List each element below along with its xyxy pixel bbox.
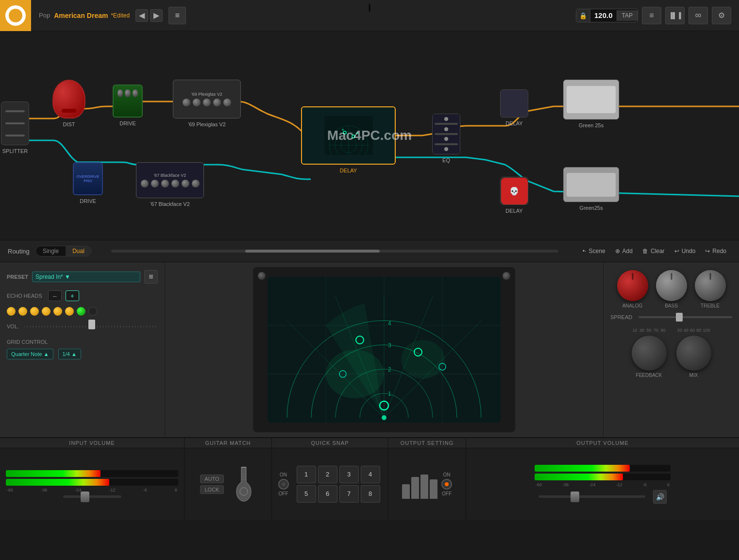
out-bar-1 bbox=[402, 484, 410, 499]
treble-label: TREBLE bbox=[701, 303, 720, 308]
lock-icon: 🔒 bbox=[579, 12, 587, 19]
pedal-blackface-label: '67 Blackface V2 bbox=[150, 201, 190, 207]
pedal-delay-bot[interactable]: 💀 DELAY bbox=[500, 177, 528, 214]
echo-dot-7[interactable] bbox=[77, 307, 85, 316]
svg-text:3: 3 bbox=[388, 342, 391, 349]
speaker-button[interactable]: 🔊 bbox=[653, 490, 667, 504]
echo-dot-4[interactable] bbox=[42, 307, 50, 316]
pedal-green-bot[interactable]: Green25s bbox=[563, 167, 619, 211]
pedal-delay-right[interactable]: DELAY bbox=[500, 89, 528, 126]
grid-fraction-select[interactable]: 1/4 ▲ bbox=[58, 349, 81, 359]
snap-btn-8[interactable]: 8 bbox=[361, 485, 380, 503]
echo-dot-8[interactable] bbox=[88, 307, 97, 316]
input-volume-content: -60 -36 -24 -12 -6 6 bbox=[0, 448, 184, 520]
pedal-splitter[interactable]: SPLITTER bbox=[1, 102, 29, 154]
output-vu-bar-left-fill bbox=[535, 465, 630, 472]
echo-plus-button[interactable]: + bbox=[66, 290, 79, 301]
preset-area: Pop American Dream *Edited ◀ ▶ ≡ bbox=[31, 7, 576, 24]
pedal-blackface[interactable]: '67 Blackface V2 '67 Blackface V2 bbox=[136, 162, 204, 207]
snap-toggle-button[interactable] bbox=[278, 479, 289, 490]
redo-button[interactable]: ↪ Redo bbox=[700, 246, 731, 256]
spread-label: SPREAD bbox=[610, 314, 635, 320]
grid-control-label: GRID CONTROL bbox=[7, 339, 158, 345]
snap-btn-4[interactable]: 4 bbox=[361, 466, 380, 483]
scene-button[interactable]: •· Scene bbox=[578, 246, 610, 256]
treble-knob[interactable] bbox=[695, 270, 726, 301]
loop-button[interactable]: ∞ bbox=[689, 7, 708, 24]
input-vu-meter: -60 -36 -24 -12 -6 6 bbox=[6, 470, 178, 492]
snap-btn-7[interactable]: 7 bbox=[339, 485, 359, 503]
scroll-thumb[interactable] bbox=[245, 250, 379, 253]
tap-button[interactable]: TAP bbox=[617, 10, 638, 21]
output-volume-content: -60 -36 -24 -12 -6 6 🔊 bbox=[466, 448, 739, 520]
preset-menu-icon: ≡ bbox=[149, 272, 153, 281]
echo-dot-2[interactable] bbox=[18, 307, 27, 316]
echo-minus-button[interactable]: – bbox=[48, 290, 62, 301]
auto-button[interactable]: AUTO bbox=[200, 475, 223, 483]
mix-knob[interactable] bbox=[676, 336, 711, 371]
prev-button[interactable]: ◀ bbox=[135, 9, 148, 22]
snap-btn-2[interactable]: 2 bbox=[318, 466, 337, 483]
menu-button[interactable]: ≡ bbox=[168, 7, 186, 24]
vol-slider-thumb[interactable] bbox=[88, 320, 95, 329]
spread-slider-thumb[interactable] bbox=[676, 313, 683, 322]
bass-knob[interactable] bbox=[656, 270, 687, 301]
bpm-display: 🔒 120.0 TAP bbox=[576, 9, 638, 22]
out-bar-4 bbox=[430, 479, 437, 499]
radar-canvas[interactable]: 1 2 3 4 bbox=[268, 277, 501, 423]
preset-menu-button[interactable]: ≡ bbox=[144, 270, 158, 284]
pedal-delay-top[interactable]: DELAY bbox=[301, 106, 396, 173]
chain-scrollbar[interactable] bbox=[111, 250, 558, 253]
lock-button[interactable]: LOCK bbox=[200, 485, 223, 494]
bpm-lock-button[interactable]: 🔒 bbox=[576, 9, 590, 22]
undo-button[interactable]: ↩ Undo bbox=[670, 246, 701, 256]
output-toggle-button[interactable] bbox=[441, 479, 452, 490]
undo-icon: ↩ bbox=[674, 248, 679, 255]
grid-note-select[interactable]: Quarter Note ▲ bbox=[7, 349, 53, 359]
spread-slider[interactable] bbox=[638, 316, 732, 318]
add-button[interactable]: ⊕ Add bbox=[610, 246, 638, 256]
routing-dual[interactable]: Dual bbox=[66, 246, 91, 256]
pedal-eq[interactable]: EQ bbox=[432, 114, 460, 163]
guitar-match-content: AUTO LOCK bbox=[185, 448, 271, 520]
guitar-match-title: GUITAR MATCH bbox=[185, 438, 271, 448]
output-toggle-indicator bbox=[445, 482, 449, 486]
snap-btn-3[interactable]: 3 bbox=[339, 466, 359, 483]
pedal-dist[interactable]: DIST bbox=[52, 80, 85, 127]
top-right-controls: 🔒 120.0 TAP ≡ ▐▌▐ ∞ ⚙ bbox=[576, 7, 739, 24]
settings-button[interactable]: ⚙ bbox=[712, 7, 731, 24]
pedal-drive-top[interactable]: DRIVE bbox=[113, 85, 143, 126]
lyrics-button[interactable]: ≡ bbox=[642, 7, 661, 24]
pedal-drive-bot[interactable]: OVERDRIVEPRO DRIVE bbox=[73, 162, 103, 204]
svg-point-32 bbox=[382, 415, 386, 420]
output-setting-section: OUTPUT SETTING ON OFF bbox=[388, 438, 466, 520]
echo-dot-3[interactable] bbox=[30, 307, 39, 316]
snap-on-label: ON bbox=[280, 472, 287, 477]
clear-button[interactable]: 🗑 Clear bbox=[638, 246, 670, 256]
analog-knob[interactable] bbox=[617, 270, 648, 301]
pedal-plexi[interactable]: '69 Plexiglas V2 '69 Plexiglas V2 bbox=[173, 80, 241, 127]
echo-dot-6[interactable] bbox=[65, 307, 74, 316]
routing-single[interactable]: Single bbox=[36, 246, 66, 256]
input-fader-thumb[interactable] bbox=[81, 492, 89, 502]
pedal-plexi-label: '69 Plexiglas V2 bbox=[188, 121, 226, 127]
snap-btn-6[interactable]: 6 bbox=[318, 485, 337, 503]
output-fader-thumb[interactable] bbox=[571, 492, 579, 502]
chart-button[interactable]: ▐▌▐ bbox=[665, 7, 685, 24]
snap-btn-1[interactable]: 1 bbox=[297, 466, 316, 483]
vol-row: VOL. bbox=[7, 322, 158, 331]
echo-dot-1[interactable] bbox=[7, 307, 16, 316]
next-button[interactable]: ▶ bbox=[150, 9, 163, 22]
pedal-delay-top-label: DELAY bbox=[340, 168, 357, 173]
preset-select[interactable]: Spread In* ▼ bbox=[32, 272, 140, 282]
app-logo[interactable] bbox=[5, 5, 26, 26]
pedal-green-top[interactable]: Green 25s bbox=[563, 80, 619, 128]
screw-tl bbox=[258, 272, 266, 280]
snap-btn-5[interactable]: 5 bbox=[297, 485, 316, 503]
feedback-knob[interactable] bbox=[632, 336, 667, 371]
input-volume-section: INPUT VOLUME -60 -36 -24 -12 -6 6 bbox=[0, 438, 185, 520]
redo-icon: ↪ bbox=[705, 248, 710, 255]
svg-point-9 bbox=[342, 129, 344, 131]
echo-dot-5[interactable] bbox=[53, 307, 62, 316]
preset-label: PRESET bbox=[7, 274, 28, 280]
